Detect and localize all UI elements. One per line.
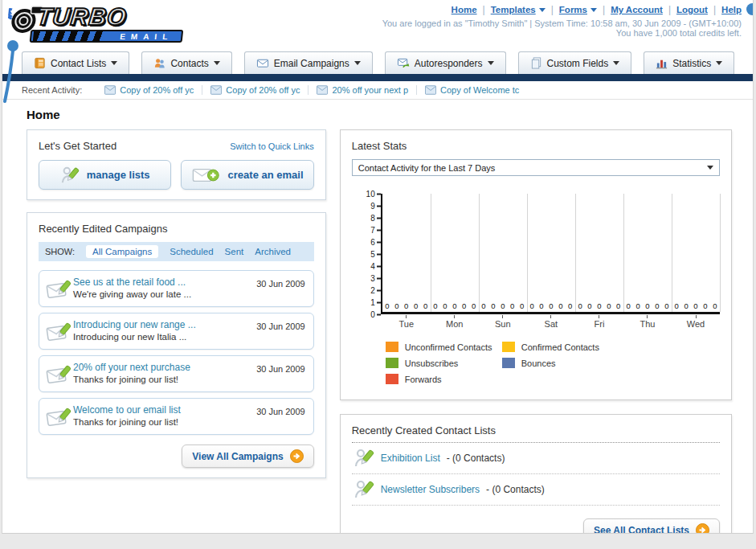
campaign-subtitle: Introducing our new Italia ...: [73, 332, 186, 342]
latest-stats-title: Latest Stats: [352, 140, 720, 152]
recently-edited-campaigns-panel: Recently Edited Campaigns SHOW: All Camp…: [27, 212, 326, 478]
campaign-title-link[interactable]: See us at the retail food ...: [73, 277, 256, 289]
chart-gridline: [672, 194, 672, 312]
y-axis-tick: 7: [370, 226, 381, 235]
person-pencil-icon: [353, 448, 374, 469]
arrow-circle-icon: [290, 449, 304, 463]
top-nav: Home| Templates| Forms| My Account| Logo…: [452, 4, 742, 15]
tab-custom-fields[interactable]: Custom Fields: [518, 51, 632, 74]
see-all-contact-lists-button[interactable]: See All Contact Lists: [583, 518, 720, 534]
campaign-subtitle: We're giving away our late ...: [73, 289, 191, 299]
x-axis-label: Mon: [431, 315, 479, 329]
contact-lists-title: Recently Created Contact Lists: [352, 424, 720, 443]
y-axis-tick: 10: [366, 190, 381, 199]
recent-activity-item[interactable]: Copy of 20% off yc: [202, 85, 309, 95]
create-email-button[interactable]: create an email: [181, 160, 313, 190]
chart-value-labels: 0 0 0 0 00 0 0 0 00 0 0 0 00 0 0 0 00 0 …: [382, 301, 720, 310]
autoresponder-icon: [397, 57, 410, 69]
campaigns-panel-title: Recently Edited Campaigns: [39, 223, 314, 235]
contact-list-count: - (0 Contacts): [486, 484, 545, 495]
filter-all-campaigns[interactable]: All Campaigns: [86, 245, 158, 258]
recent-activity-item[interactable]: Copy of Welcome tc: [417, 85, 527, 95]
y-axis-tick: 8: [370, 214, 381, 223]
campaign-item: Welcome to our email listThanks for join…: [39, 398, 314, 435]
contact-list-item: Newsletter Subscribers - (0 Contacts): [352, 474, 720, 506]
tab-autoresponders[interactable]: Autoresponders: [385, 51, 506, 74]
contacts-icon: [153, 57, 166, 69]
contact-list-link[interactable]: Exhibition List: [381, 453, 440, 464]
envelope-icon: [104, 85, 116, 95]
nav-logout[interactable]: Logout: [676, 5, 708, 14]
nav-home[interactable]: Home: [452, 5, 477, 14]
recent-activity-item[interactable]: Copy of 20% off yc: [96, 85, 202, 95]
tab-email-campaigns[interactable]: Email Campaigns: [244, 51, 373, 74]
chart-gridline: [527, 194, 528, 312]
tab-contacts[interactable]: Contacts: [141, 51, 231, 74]
bar-value-labels: 0 0 0 0 0: [382, 301, 431, 310]
turbo-email-logo: TURBO EMAIL: [5, 3, 198, 45]
chart-gridline: [720, 194, 721, 312]
get-started-title: Let's Get Started: [39, 140, 116, 152]
campaign-title-link[interactable]: Introducing our new range ...: [73, 319, 256, 331]
page-title: Home: [27, 108, 732, 121]
main-nav-tabs: Contact Lists Contacts Email Campaigns A…: [2, 50, 753, 74]
nav-forms[interactable]: Forms: [559, 5, 597, 14]
x-axis-label: Thu: [623, 315, 672, 329]
nav-help[interactable]: Help: [721, 5, 742, 14]
y-axis-tick: 0: [370, 310, 381, 319]
campaign-date: 30 Jun 2009: [256, 279, 305, 289]
filter-archived[interactable]: Archived: [255, 247, 291, 256]
get-started-panel: Let's Get Started Switch to Quick Links …: [27, 129, 326, 200]
recent-activity-item[interactable]: 20% off your next p: [309, 85, 417, 95]
credits-text: You have 1,000 total credits left.: [382, 28, 742, 38]
manage-lists-button[interactable]: manage lists: [39, 160, 171, 190]
view-all-campaigns-button[interactable]: View All Campaigns: [182, 445, 313, 468]
nav-my-account[interactable]: My Account: [611, 5, 663, 14]
logo-subtitle: EMAIL: [120, 32, 174, 41]
campaign-title-link[interactable]: 20% off your next purchase: [73, 362, 256, 374]
filter-sent[interactable]: Sent: [225, 247, 244, 256]
tab-contact-lists[interactable]: Contact Lists: [22, 51, 129, 74]
stats-period-select[interactable]: Contact Activity for the Last 7 Days: [352, 159, 720, 176]
chart-plot-area: 0 0 0 0 00 0 0 0 00 0 0 0 00 0 0 0 00 0 …: [381, 194, 720, 314]
filter-scheduled[interactable]: Scheduled: [170, 247, 213, 256]
x-axis-label: Sat: [527, 315, 575, 329]
chart-gridline: [575, 194, 576, 312]
navy-divider-bar: [2, 74, 753, 81]
contact-list-link[interactable]: Newsletter Subscribers: [381, 484, 480, 495]
main-content: Home Let's Get Started Switch to Quick L…: [2, 100, 753, 534]
contact-activity-chart: 012345678910 0 0 0 0 00 0 0 0 00 0 0 0 0…: [352, 194, 720, 390]
chart-legend: Unconfirmed ContactsConfirmed ContactsUn…: [386, 342, 720, 390]
person-pencil-icon: [353, 479, 374, 500]
legend-swatch: [386, 374, 398, 384]
y-axis-tick: 3: [370, 274, 381, 283]
bar-value-labels: 0 0 0 0 0: [575, 301, 623, 310]
campaign-item: Introducing our new range ...Introducing…: [39, 313, 314, 350]
logo-email-banner: EMAIL: [30, 30, 184, 43]
y-axis-tick: 4: [370, 262, 381, 271]
campaign-title-link[interactable]: Welcome to our email list: [73, 404, 256, 416]
x-axis-label: Fri: [575, 315, 623, 329]
campaign-item: See us at the retail food ...We're givin…: [39, 270, 314, 307]
switch-quick-links[interactable]: Switch to Quick Links: [230, 141, 314, 151]
bar-value-labels: 0 0 0 0 0: [431, 301, 479, 310]
x-axis-label: Tue: [382, 315, 431, 329]
chevron-down-icon: [613, 61, 619, 65]
address-book-icon: [34, 57, 46, 69]
legend-swatch: [502, 358, 515, 368]
legend-label: Unconfirmed Contacts: [405, 342, 492, 352]
chart-gridline: [431, 194, 431, 312]
chevron-down-icon: [354, 61, 361, 65]
nav-templates[interactable]: Templates: [491, 5, 546, 14]
y-axis-tick: 5: [370, 250, 381, 259]
recent-activity-bar: Recent Activity: Copy of 20% off yc Copy…: [2, 81, 753, 100]
y-axis-tick: 1: [370, 298, 381, 307]
envelope-icon: [317, 85, 328, 95]
recently-created-contact-lists-panel: Recently Created Contact Lists Exhibitio…: [340, 414, 732, 534]
chevron-down-icon: [214, 61, 220, 65]
campaign-subtitle: Thanks for joining our list!: [73, 375, 178, 384]
campaign-subtitle: Thanks for joining our list!: [73, 417, 178, 427]
logo-title: TURBO: [35, 3, 128, 31]
tab-statistics[interactable]: Statistics: [644, 51, 734, 74]
latest-stats-panel: Latest Stats Contact Activity for the La…: [340, 129, 732, 400]
